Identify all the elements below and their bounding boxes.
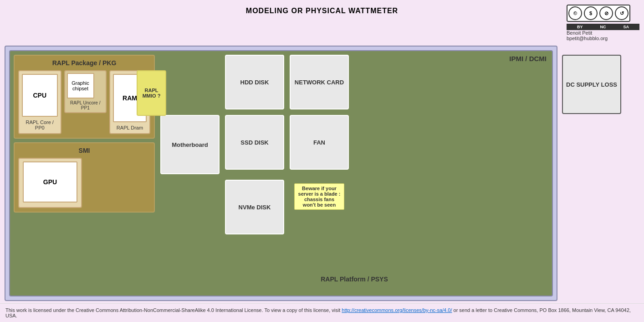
main-wrapper: MODELING OR PHYSICAL WATTMETER © $ ⊘ ↺ B…: [0, 0, 644, 322]
fan-label: FAN: [313, 139, 325, 146]
rapl-platform-label: RAPL Platform / PSYS: [160, 272, 548, 283]
gpu-component: GPU: [18, 158, 82, 208]
network-card-box: NETWORK CARD: [290, 55, 349, 109]
hdd-label: HDD DISK: [240, 79, 269, 86]
rapl-package-content: CPU RAPL Core / PP0 Graphic chipset RAPL…: [18, 70, 150, 134]
grid-spacer-2: [160, 180, 220, 234]
dc-supply-label: DC SUPPLY LOSS: [566, 81, 617, 88]
fan-box: FAN Beware if your server is a blade : c…: [290, 115, 349, 170]
cc-area: © $ ⊘ ↺ BY NC SA Benoit Petit bpetit@hub…: [567, 5, 639, 41]
nvme-label: NVMe DISK: [239, 204, 271, 211]
ram-section: RAM RAPL Dram RAPL MMIO ?: [109, 70, 150, 134]
rapl-mmio-label: RAPL MMIO ?: [139, 88, 164, 99]
left-section: RAPL Package / PKG CPU RAPL Core / PP0: [14, 55, 155, 292]
grid-spacer: [160, 55, 220, 109]
cpu-inner: CPU: [22, 74, 58, 117]
top-bar: MODELING OR PHYSICAL WATTMETER © $ ⊘ ↺ B…: [0, 0, 644, 43]
rapl-package-label: RAPL Package / PKG: [18, 59, 150, 67]
content-area: IPMI / DCMI RAPL Package / PKG CPU: [0, 43, 644, 303]
gpu-label: GPU: [24, 162, 77, 202]
motherboard-box: Motherboard: [160, 115, 220, 174]
cc-sa-label: SA: [623, 25, 629, 29]
ipmi-label: IPMI / DCMI: [509, 55, 547, 62]
right-panel: DC SUPPLY LOSS: [562, 46, 639, 301]
ssd-label: SSD DISK: [240, 139, 268, 146]
title-area: MODELING OR PHYSICAL WATTMETER: [77, 5, 567, 15]
graphic-chipset-wrapper: Graphic chipset RAPL Uncore / PP1: [64, 70, 107, 115]
cc-by-icon: $: [584, 6, 598, 20]
cc-by-label: BY: [577, 25, 583, 29]
cpu-component: CPU RAPL Core / PP0: [18, 70, 61, 134]
diagram-outer: IPMI / DCMI RAPL Package / PKG CPU: [5, 46, 557, 301]
hdd-disk-box: HDD DISK: [225, 55, 284, 109]
ssd-disk-box: SSD DISK: [225, 115, 284, 170]
cc-nc-label: NC: [600, 25, 606, 29]
network-label: NETWORK CARD: [295, 79, 344, 86]
smi-box: SMI GPU: [14, 142, 155, 213]
graphic-chipset-component: Graphic chipset RAPL Uncore / PP1: [64, 70, 107, 113]
disk-grid: HDD DISK NETWORK CARD Motherboard SSD DI…: [160, 55, 548, 234]
cc-icons: © $ ⊘ ↺: [567, 5, 629, 21]
graphic-sublabel: RAPL Uncore / PP1: [67, 100, 104, 110]
smi-label: SMI: [18, 147, 150, 154]
author-email: bpetit@hubblo.org: [567, 36, 608, 41]
ram-sublabel: RAPL Dram: [117, 125, 143, 130]
cc-sa-icon: ↺: [615, 6, 629, 20]
cpu-label: CPU: [23, 75, 57, 116]
cc-badge: © $ ⊘ ↺: [567, 5, 630, 22]
cc-bottom-labels: BY NC SA: [567, 24, 639, 30]
cc-nc-icon: ⊘: [599, 6, 613, 20]
graphic-chipset-label: Graphic chipset: [67, 73, 94, 99]
diagram-inner: IPMI / DCMI RAPL Package / PKG CPU: [9, 50, 553, 296]
footer: This work is licensed under the Creative…: [0, 303, 644, 322]
author-name: Benoit Petit: [567, 30, 608, 36]
rapl-package-box: RAPL Package / PKG CPU RAPL Core / PP0: [14, 55, 155, 139]
footer-text-before: This work is licensed under the Creative…: [5, 307, 342, 313]
fan-note: Beware if your server is a blade : chass…: [294, 183, 344, 210]
page-title: MODELING OR PHYSICAL WATTMETER: [246, 7, 398, 15]
cc-icon: ©: [568, 6, 582, 20]
dc-supply-box: DC SUPPLY LOSS: [562, 55, 621, 114]
cpu-sublabel: RAPL Core / PP0: [22, 119, 58, 130]
gpu-inner: GPU: [23, 161, 77, 203]
rapl-mmio-box: RAPL MMIO ?: [137, 70, 166, 116]
nvme-disk-box: NVMe DISK: [225, 180, 284, 234]
diagram-content: RAPL Package / PKG CPU RAPL Core / PP0: [10, 51, 552, 296]
footer-link[interactable]: http://creativecommons.org/licenses/by-n…: [342, 307, 452, 313]
motherboard-label: Motherboard: [172, 141, 208, 148]
author-info: Benoit Petit bpetit@hubblo.org: [567, 30, 608, 41]
middle-section: HDD DISK NETWORK CARD Motherboard SSD DI…: [160, 55, 548, 292]
